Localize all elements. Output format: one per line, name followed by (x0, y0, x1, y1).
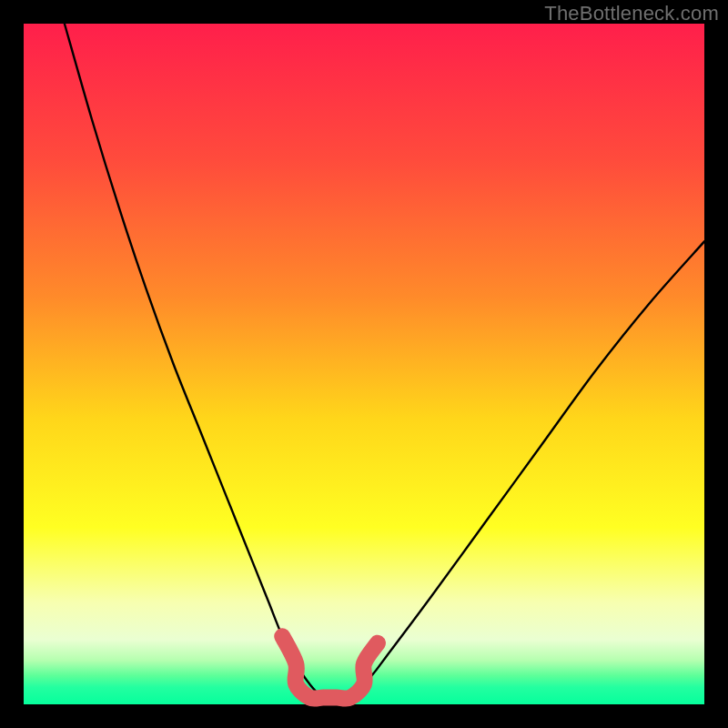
chart-frame: TheBottleneck.com (0, 0, 728, 728)
bottleneck-chart (0, 0, 728, 728)
watermark-text: TheBottleneck.com (544, 2, 719, 25)
plot-background (24, 24, 704, 704)
